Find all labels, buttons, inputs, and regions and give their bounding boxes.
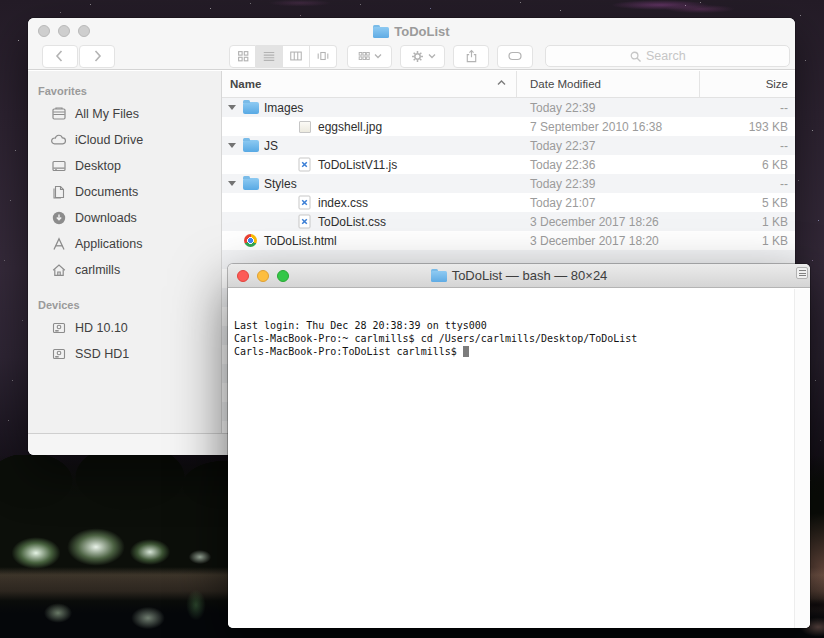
- folder-icon: [243, 102, 259, 114]
- file-row[interactable]: ToDoList.css 3 December 2017 18:26 1 KB: [222, 212, 795, 231]
- sidebar-item-label: HD 10.10: [75, 321, 128, 335]
- coverflow-view-icon: [316, 49, 330, 63]
- scrollback-marker-icon[interactable]: [796, 267, 808, 279]
- file-name: Styles: [264, 177, 297, 191]
- code-file-icon: [298, 157, 311, 172]
- chevron-down-icon: [374, 53, 382, 59]
- search-input[interactable]: [646, 49, 706, 63]
- coverflow-view-button[interactable]: [310, 45, 337, 68]
- file-date-modified: Today 22:39: [517, 177, 700, 191]
- image-file-icon: [299, 121, 311, 133]
- sidebar-item-label: SSD HD1: [75, 347, 129, 361]
- file-name: eggshell.jpg: [318, 120, 382, 134]
- sidebar-item-label: Documents: [75, 185, 138, 199]
- html-file-icon: [242, 233, 259, 248]
- file-size: --: [700, 177, 795, 191]
- column-header-size[interactable]: Size: [700, 71, 795, 97]
- sidebar-items: All My Files iCloud Drive Desktop Docume…: [28, 101, 221, 283]
- terminal-body[interactable]: Last login: Thu Dec 28 20:38:39 on ttys0…: [228, 289, 810, 628]
- sidebar-sections: Favorites All My Files iCloud Drive Desk…: [28, 85, 221, 367]
- file-size: --: [700, 139, 795, 153]
- file-row[interactable]: ToDoListV11.js Today 22:36 6 KB: [222, 155, 795, 174]
- chrome-html-icon: [244, 234, 257, 247]
- file-name-cell: JS: [222, 138, 517, 153]
- back-button[interactable]: [42, 45, 78, 68]
- icloud-drive-icon: [50, 132, 67, 149]
- code-file-icon: [298, 195, 311, 210]
- tag-button[interactable]: [497, 45, 533, 68]
- sidebar-item-applications[interactable]: Applications: [28, 231, 221, 257]
- finder-titlebar[interactable]: ToDoList: [28, 18, 795, 70]
- column-header-date-modified[interactable]: Date Modified: [517, 71, 700, 97]
- sidebar-section-title: Devices: [28, 299, 221, 311]
- sidebar-item-downloads[interactable]: Downloads: [28, 205, 221, 231]
- forward-button[interactable]: [79, 45, 115, 68]
- arrange-button[interactable]: [347, 45, 392, 68]
- sidebar-item-label: Desktop: [75, 159, 121, 173]
- file-size: 5 KB: [700, 196, 795, 210]
- file-name-cell: Styles: [222, 176, 517, 191]
- file-name: JS: [264, 139, 278, 153]
- file-name-cell: ToDoList.css: [222, 214, 517, 229]
- file-row[interactable]: eggshell.jpg 7 September 2010 16:38 193 …: [222, 117, 795, 136]
- chevron-down-icon: [428, 53, 436, 59]
- search-field[interactable]: [545, 45, 790, 67]
- chevron-right-icon: [89, 48, 105, 64]
- list-view-icon: [262, 49, 276, 63]
- folder-icon: [431, 269, 447, 282]
- icon-view-button[interactable]: [229, 45, 256, 68]
- file-name: ToDoList.css: [318, 215, 386, 229]
- column-view-icon: [289, 49, 303, 63]
- tag-icon: [507, 48, 523, 64]
- file-size: 6 KB: [700, 158, 795, 172]
- file-name-cell: ToDoList.html: [222, 233, 517, 248]
- action-button[interactable]: [400, 45, 445, 68]
- file-row[interactable]: Styles Today 22:39 --: [222, 174, 795, 193]
- folder-file-icon: [242, 176, 259, 191]
- disclosure-triangle-icon[interactable]: [228, 181, 236, 186]
- file-row[interactable]: index.css Today 21:07 5 KB: [222, 193, 795, 212]
- file-name: ToDoList.html: [264, 234, 337, 248]
- sidebar-items: HD 10.10 SSD HD1: [28, 315, 221, 367]
- sidebar-item-icloud-drive[interactable]: iCloud Drive: [28, 127, 221, 153]
- sidebar-item-hd-10-10[interactable]: HD 10.10: [28, 315, 221, 341]
- terminal-scrollbar[interactable]: [794, 289, 810, 628]
- home-icon: [50, 262, 67, 279]
- file-size: 1 KB: [700, 234, 795, 248]
- chevron-left-icon: [52, 48, 68, 64]
- list-view-button[interactable]: [256, 45, 283, 68]
- image-file-icon: [296, 119, 313, 134]
- code-file-icon: [298, 214, 311, 229]
- disclosure-triangle-icon[interactable]: [228, 143, 236, 148]
- sidebar-item-documents[interactable]: Documents: [28, 179, 221, 205]
- sidebar-item-all-my-files[interactable]: All My Files: [28, 101, 221, 127]
- sidebar-item-label: All My Files: [75, 107, 139, 121]
- file-row[interactable]: JS Today 22:37 --: [222, 136, 795, 155]
- disclosure-triangle-icon[interactable]: [228, 105, 236, 110]
- terminal-body-lines: Last login: Thu Dec 28 20:38:39 on ttys0…: [234, 319, 790, 358]
- column-view-button[interactable]: [283, 45, 310, 68]
- file-date-modified: 3 December 2017 18:20: [517, 234, 700, 248]
- file-name-cell: Images: [222, 100, 517, 115]
- file-name-cell: index.css: [222, 195, 517, 210]
- finder-toolbar: [28, 42, 795, 70]
- column-header-name[interactable]: Name: [222, 71, 517, 97]
- folder-icon: [243, 140, 259, 152]
- share-button[interactable]: [453, 45, 489, 68]
- sidebar-item-desktop[interactable]: Desktop: [28, 153, 221, 179]
- sidebar-item-label: iCloud Drive: [75, 133, 143, 147]
- file-row[interactable]: ToDoList.html 3 December 2017 18:20 1 KB: [222, 231, 795, 250]
- sidebar-item-carlmills[interactable]: carlmills: [28, 257, 221, 283]
- sidebar-section: Favorites All My Files iCloud Drive Desk…: [28, 85, 221, 283]
- sort-ascending-icon: [497, 79, 506, 86]
- file-size: 1 KB: [700, 215, 795, 229]
- terminal-titlebar[interactable]: ToDoList — bash — 80×24: [228, 264, 810, 288]
- terminal-window[interactable]: ToDoList — bash — 80×24 Last login: Thu …: [228, 264, 810, 628]
- hard-drive-icon: [50, 346, 67, 363]
- finder-window-title: ToDoList: [28, 18, 795, 44]
- file-row[interactable]: Images Today 22:39 --: [222, 98, 795, 117]
- terminal-line: Last login: Thu Dec 28 20:38:39 on ttys0…: [234, 319, 790, 332]
- sidebar-item-ssd-hd1[interactable]: SSD HD1: [28, 341, 221, 367]
- all-my-files-icon: [50, 106, 67, 123]
- file-name: ToDoListV11.js: [318, 158, 397, 172]
